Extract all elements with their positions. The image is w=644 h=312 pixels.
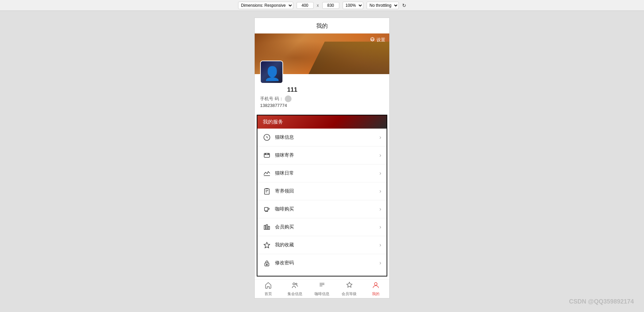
coffee-purchase-icon: [263, 205, 271, 213]
change-password-label: 修改密码: [275, 260, 375, 266]
services-section: 我的服务 猫咪信息 › 猫咪寄养 › 猫咪日常 › 寄养领回 › 咖啡购买 ›: [257, 115, 387, 276]
svg-point-2: [265, 154, 266, 154]
service-list: 猫咪信息 › 猫咪寄养 › 猫咪日常 › 寄养领回 › 咖啡购买 › 会员购买 …: [257, 129, 387, 272]
nav-item-mine[interactable]: 我的: [362, 280, 389, 298]
service-item-boarding-pickup[interactable]: 寄养领回 ›: [257, 182, 387, 200]
cat-info-icon: [263, 133, 271, 141]
svg-rect-6: [264, 225, 266, 229]
home-nav-label: 首页: [264, 291, 272, 296]
service-item-change-password[interactable]: 修改密码 ›: [257, 254, 387, 272]
cat-daily-label: 猫咪日常: [275, 170, 375, 176]
service-item-member-purchase[interactable]: 会员购买 ›: [257, 218, 387, 236]
boarding-pickup-icon: [263, 187, 271, 195]
my-favorites-icon: [263, 241, 271, 249]
service-item-my-favorites[interactable]: 我的收藏 ›: [257, 236, 387, 254]
member-grade-nav-label: 会员等级: [342, 291, 356, 296]
username: 111: [287, 86, 297, 93]
gear-icon: [370, 37, 375, 43]
page-title: 我的: [255, 18, 389, 34]
member-purchase-icon: [263, 223, 271, 231]
cat-daily-icon: [263, 169, 271, 177]
height-input[interactable]: [322, 2, 339, 9]
member-grade-nav-icon: [345, 282, 353, 291]
zoom-select[interactable]: 100%: [343, 2, 363, 9]
nav-item-convention[interactable]: 集会信息: [282, 280, 309, 298]
watermark: CSDN @QQ359892174: [569, 298, 634, 305]
phone-label: 手机号: [260, 96, 273, 102]
convention-nav-label: 集会信息: [288, 291, 302, 296]
cat-daily-chevron: ›: [380, 170, 381, 176]
phone-number: 13823877774: [260, 103, 287, 108]
service-item-cat-boarding[interactable]: 猫咪寄养 ›: [257, 147, 387, 164]
service-item-cat-daily[interactable]: 猫咪日常 ›: [257, 164, 387, 182]
nav-item-coffee-info[interactable]: 咖啡信息: [308, 280, 336, 298]
avatar: [260, 61, 283, 84]
change-password-chevron: ›: [380, 260, 381, 266]
svg-rect-4: [264, 189, 269, 194]
coffee-info-nav-label: 咖啡信息: [315, 291, 329, 296]
convention-nav-icon: [291, 282, 299, 291]
boarding-pickup-chevron: ›: [380, 188, 381, 194]
svg-rect-7: [266, 225, 268, 229]
x-separator: x: [317, 3, 319, 8]
svg-point-11: [267, 264, 268, 265]
browser-toolbar: Dimensions: Responsive x 100% No throttl…: [0, 0, 644, 11]
coffee-purchase-label: 咖啡购买: [275, 206, 375, 212]
mine-nav-icon: [372, 282, 380, 291]
rotate-icon[interactable]: ↻: [402, 3, 406, 8]
svg-marker-9: [264, 242, 270, 248]
svg-point-13: [296, 283, 297, 285]
my-favorites-chevron: ›: [380, 242, 381, 248]
nav-item-home[interactable]: 首页: [255, 280, 282, 298]
services-header: 我的服务: [257, 115, 387, 129]
code-label: 码：: [275, 96, 283, 102]
svg-rect-5: [264, 207, 268, 211]
boarding-pickup-label: 寄养领回: [275, 188, 375, 194]
phone-dot: [285, 95, 292, 102]
member-purchase-chevron: ›: [380, 224, 381, 230]
width-input[interactable]: [297, 2, 314, 9]
svg-point-12: [293, 283, 295, 285]
service-item-cat-info[interactable]: 猫咪信息 ›: [257, 129, 387, 147]
my-favorites-label: 我的收藏: [275, 242, 375, 248]
svg-point-14: [374, 283, 377, 285]
nav-item-member-grade[interactable]: 会员等级: [336, 280, 363, 298]
coffee-info-nav-icon: [318, 282, 326, 291]
cat-info-chevron: ›: [380, 134, 381, 140]
cat-boarding-chevron: ›: [380, 152, 381, 158]
member-purchase-label: 会员购买: [275, 224, 375, 230]
cat-boarding-icon: [263, 151, 271, 159]
profile-section: 111 手机号 码： 13823877774: [255, 74, 389, 112]
mine-nav-label: 我的: [372, 291, 380, 296]
svg-rect-8: [268, 226, 270, 229]
throttling-select[interactable]: No throttling: [367, 2, 399, 9]
bottom-nav: 首页 集会信息 咖啡信息 会员等级 我的: [255, 279, 389, 298]
change-password-icon: [263, 259, 271, 267]
service-item-coffee-purchase[interactable]: 咖啡购买 ›: [257, 200, 387, 218]
coffee-purchase-chevron: ›: [380, 206, 381, 212]
settings-label: 设置: [376, 37, 385, 43]
phone-frame: 我的 设置 111 手机号 码： 13823877774: [254, 18, 390, 298]
cat-info-label: 猫咪信息: [275, 134, 375, 140]
settings-button[interactable]: 设置: [370, 37, 385, 43]
cat-boarding-label: 猫咪寄养: [275, 152, 375, 158]
home-nav-icon: [264, 282, 272, 291]
svg-point-3: [268, 154, 269, 154]
dimensions-select[interactable]: Dimensions: Responsive: [238, 2, 293, 9]
